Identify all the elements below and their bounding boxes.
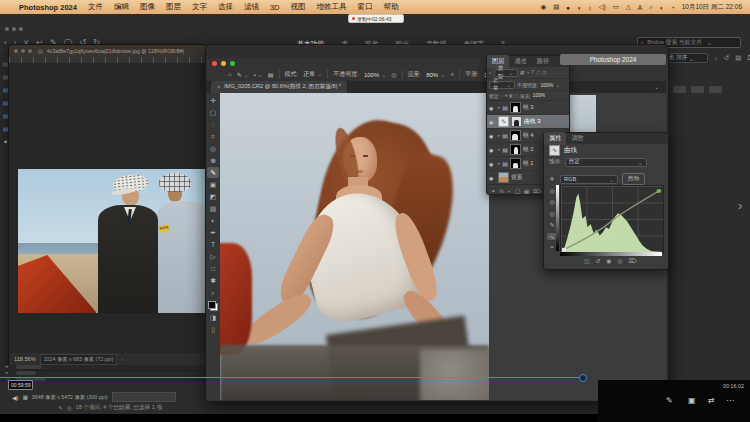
document-tab[interactable]: × IMG_0205.CR2 @ 80.6%(曲线 2, 图层蒙版/8) * (211, 81, 347, 93)
delete-layer-icon[interactable]: ⌦ (533, 188, 541, 194)
menu-layer[interactable]: 图层 (166, 2, 181, 12)
eye-icon[interactable]: ◉ (489, 133, 496, 139)
brush-tool-icon[interactable]: ✎ (237, 71, 249, 78)
path-select-tool-icon[interactable]: ▷ (207, 251, 219, 262)
screen-mode-icon[interactable]: ▯ (207, 324, 219, 335)
dnd-icon[interactable]: ● (566, 4, 570, 11)
brush-panel-icon[interactable]: ▤ (268, 71, 274, 78)
spotlight-icon[interactable]: ⌕ (649, 3, 653, 11)
adjustment-layer-icon[interactable]: ◐ (508, 188, 511, 194)
layer-opacity-value[interactable]: 100% (540, 81, 560, 88)
eyedropper-tool-icon[interactable]: ◎ (207, 143, 219, 154)
pen-tool-icon[interactable]: ✒ (207, 227, 219, 238)
menu-3d[interactable]: 3D (270, 3, 280, 12)
next-chevron-icon[interactable]: › (738, 198, 742, 213)
brush-tool-icon[interactable]: ✎ (207, 167, 219, 178)
eraser-tool-icon[interactable]: ◩ (207, 191, 219, 202)
reset-icon[interactable]: ↺ (595, 258, 600, 264)
layer-mask-thumb[interactable] (510, 158, 521, 169)
channel-dropdown[interactable]: RGB (560, 175, 618, 184)
type-tool-icon[interactable]: T (207, 239, 219, 250)
brush-preset-icon[interactable]: • (254, 71, 263, 78)
shape-tool-icon[interactable]: □ (207, 263, 219, 274)
timeline-handle[interactable] (579, 374, 587, 382)
smooth-curve-icon[interactable]: ≈ (550, 244, 553, 250)
blend-mode-dropdown[interactable]: 正常 (489, 81, 515, 89)
layer-name[interactable]: 组 1 (523, 159, 534, 168)
recording-badge[interactable]: 录制中02:06:43 (348, 14, 404, 23)
screenrec-icon[interactable]: ◉ (541, 3, 547, 11)
auto-button[interactable]: 自动 (622, 173, 645, 185)
layer-search-icon[interactable]: ⌕ (489, 69, 492, 76)
filter-shape-icon[interactable]: ▢ (536, 70, 541, 75)
camera-card-icon[interactable]: ▣ (688, 396, 696, 405)
clock-icon[interactable]: ◔ (671, 4, 675, 11)
wifi-icon[interactable]: △ (626, 3, 631, 11)
layer-mask-thumb[interactable] (510, 144, 521, 155)
dodge-tool-icon[interactable]: ◐ (207, 215, 219, 226)
menu-file[interactable]: 文件 (88, 2, 103, 12)
black-point-eyedropper-icon[interactable]: ◎ (549, 187, 554, 194)
menu-select[interactable]: 选择 (218, 2, 233, 12)
menu-window[interactable]: 窗口 (358, 2, 373, 12)
link-layers-icon[interactable]: ⚭ (491, 188, 496, 194)
move-tool-icon[interactable]: ✛ (207, 95, 219, 106)
menu-view[interactable]: 视图 (291, 2, 306, 12)
zoom-tool-icon[interactable]: ⌕ (207, 287, 219, 298)
tab-list-icon[interactable]: ⌄ (654, 83, 659, 90)
menu-type[interactable]: 文字 (192, 2, 207, 12)
white-point-eyedropper-icon[interactable]: ◎ (549, 210, 554, 217)
curves-adjustment-icon[interactable]: ∿ (498, 116, 509, 127)
filter-adjust-icon[interactable]: ◑ (526, 70, 530, 75)
menubar-clock[interactable]: 10月10日 周二 22:06 (682, 3, 742, 12)
tab-close-icon[interactable]: × (217, 84, 220, 90)
layer-mask-icon[interactable]: ▢ (515, 188, 520, 194)
moon-icon[interactable]: ◖ (577, 4, 581, 11)
layer-mask-thumb[interactable] (510, 102, 521, 113)
mode-dropdown[interactable]: 正常 (303, 70, 322, 79)
marquee-tool-icon[interactable]: ▢ (207, 107, 219, 118)
timeline-scrubber[interactable] (0, 377, 582, 378)
tab-channels[interactable]: 通道 (509, 55, 531, 68)
filter-smart-icon[interactable]: ◫ (542, 70, 547, 75)
airbrush-icon[interactable]: ⟡ (450, 71, 454, 78)
sort-ascending-icon[interactable]: ↑ (714, 55, 717, 62)
back-icon[interactable]: ‹ (4, 38, 7, 47)
layer-name[interactable]: 组 3 (523, 103, 534, 112)
input-source-icon[interactable]: A (638, 4, 642, 11)
hand-tool-icon[interactable]: ✱ (207, 275, 219, 286)
quickmask-icon[interactable]: ◨ (207, 312, 219, 323)
layer-row[interactable]: ◉ ▸▤ 组 3 (487, 101, 569, 115)
layer-name[interactable]: 组 4 (523, 131, 534, 140)
color-swatches[interactable] (208, 301, 218, 311)
layer-mask-thumb[interactable] (511, 116, 522, 127)
home-icon[interactable]: ⌂ (228, 71, 232, 77)
eye-icon[interactable]: ◉ (489, 147, 496, 153)
curve-point-high[interactable] (656, 189, 661, 193)
layer-filter-dropdown[interactable]: 类型 (494, 69, 518, 77)
edit-status-icon[interactable]: ✎ (58, 405, 63, 411)
eye-icon[interactable]: ◉ (489, 175, 496, 181)
battery-icon[interactable]: ▤ (553, 3, 559, 11)
layer-effects-icon[interactable]: fx (500, 188, 504, 194)
tab-properties[interactable]: 属性 (544, 132, 566, 145)
more-options-icon[interactable]: ⋯ (726, 396, 734, 405)
menu-edit[interactable]: 编辑 (114, 2, 129, 12)
app-menu-title[interactable]: Photoshop 2024 (19, 3, 77, 12)
gray-point-eyedropper-icon[interactable]: ◎ (549, 198, 554, 205)
volume-icon[interactable]: ◁) (598, 3, 605, 11)
rotate-icon[interactable]: ↺ (724, 54, 729, 62)
filter-pixel-icon[interactable]: ▦ (520, 70, 525, 75)
healing-tool-icon[interactable]: ⊕ (207, 155, 219, 166)
layer-thumbnail[interactable] (498, 172, 509, 183)
keyboard-icon[interactable]: ▭ (613, 3, 619, 11)
eye-icon[interactable]: ◉ (489, 161, 496, 167)
fill-value[interactable]: 100% (533, 93, 545, 98)
layer-name[interactable]: 曲线 3 (524, 117, 540, 126)
visibility-icon[interactable]: ◎ (617, 258, 622, 264)
preset-dropdown[interactable]: 自定 (565, 158, 647, 167)
layer-name[interactable]: 背景 (511, 173, 523, 182)
menu-plugins[interactable]: 增效工具 (317, 2, 347, 12)
eye-icon[interactable]: ◉ (489, 119, 496, 125)
gradient-tool-icon[interactable]: ▨ (207, 203, 219, 214)
